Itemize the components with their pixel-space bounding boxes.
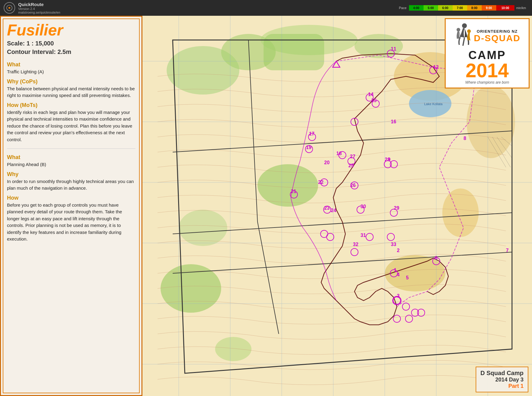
svg-text:33: 33 <box>391 242 396 247</box>
svg-text:19: 19 <box>306 145 311 150</box>
pace-segment-7: 10:00 <box>496 5 514 11</box>
svg-text:21: 21 <box>291 189 296 194</box>
svg-text:11: 11 <box>391 46 396 52</box>
svg-text:8: 8 <box>464 136 466 141</box>
section1-how-text: Identify risks in each legs and plan how… <box>7 109 135 143</box>
bottom-label-line3: Part 1 <box>480 383 524 389</box>
svg-text:23: 23 <box>324 205 330 211</box>
svg-text:6: 6 <box>435 255 437 261</box>
bottom-label-line1: D Squad Camp <box>480 370 524 377</box>
pace-segment-3: 6:00 <box>438 5 453 11</box>
divider <box>7 148 135 149</box>
left-panel: Fusilier Scale: 1 : 15,000 Contour Inter… <box>0 16 142 396</box>
pace-bar: Pace 4:00 5:00 6:00 7:00 8:00 9:00 10:00… <box>399 5 526 11</box>
map-area: Lake Kollata <box>142 16 532 396</box>
section2-what-text: Planning Ahead (B) <box>7 161 135 168</box>
svg-text:3: 3 <box>397 293 400 298</box>
svg-text:7: 7 <box>506 248 509 253</box>
pace-unit: min/km <box>516 6 526 10</box>
app-title-block: QuickRoute Version 2.4 matstroeng.se/qui… <box>18 2 399 14</box>
onz-text: ORIENTEERING NZ D-SQUAD <box>474 29 520 43</box>
pace-segment-4: 7:00 <box>453 5 467 11</box>
onz-camp-text: CAMP <box>450 49 524 61</box>
pace-title: Pace <box>399 6 407 10</box>
svg-text:32: 32 <box>353 242 358 247</box>
svg-text:5: 5 <box>406 275 409 280</box>
pace-segment-2: 5:00 <box>424 5 438 11</box>
svg-text:29: 29 <box>394 205 399 211</box>
svg-text:16: 16 <box>391 119 396 124</box>
svg-point-99 <box>457 28 460 32</box>
svg-rect-5 <box>264 34 324 70</box>
onz-year-text: 2014 <box>450 61 524 80</box>
section2-why-label: Why <box>7 171 135 178</box>
svg-text:31: 31 <box>361 233 366 238</box>
svg-text:12: 12 <box>433 65 439 70</box>
svg-text:1: 1 <box>394 268 397 273</box>
map-title: Fusilier <box>7 22 135 38</box>
onz-tagline-text: Where champions are born <box>450 80 524 85</box>
runner-image <box>454 22 472 49</box>
map-subtitle: Scale: 1 : 15,000 Contour Interval: 2.5m <box>7 39 135 56</box>
pace-segment-1: 4:00 <box>409 5 424 11</box>
section2-why-text: In order to run smoothly through highly … <box>7 178 135 192</box>
topbar: QuickRoute Version 2.4 matstroeng.se/qui… <box>0 0 532 16</box>
svg-text:9: 9 <box>388 157 391 162</box>
section1-why-text: The balance between physical and mental … <box>7 85 135 99</box>
svg-point-9 <box>161 264 221 313</box>
svg-text:25: 25 <box>348 163 354 168</box>
map-canvas: Lake Kollata <box>142 16 532 396</box>
svg-point-100 <box>467 29 471 33</box>
svg-text:15: 15 <box>371 98 377 103</box>
section2-how-text: Before you get to each group of controls… <box>7 202 135 243</box>
onz-header: ORIENTEERING NZ D-SQUAD CAMP 2014 Where … <box>450 22 524 85</box>
svg-text:4: 4 <box>397 272 400 277</box>
svg-text:30: 30 <box>361 204 366 209</box>
app-logo <box>4 2 15 14</box>
svg-text:20: 20 <box>324 160 330 165</box>
onz-title-row: ORIENTEERING NZ D-SQUAD <box>450 22 524 49</box>
svg-text:17: 17 <box>309 131 314 136</box>
svg-text:18: 18 <box>336 151 342 156</box>
svg-text:22: 22 <box>318 180 324 185</box>
section2-how-label: How <box>7 195 135 201</box>
section2-what-label: What <box>7 154 135 161</box>
section1-why-label: Why (CoPs) <box>7 78 135 85</box>
bottom-label-line2: 2014 Day 3 <box>480 377 524 383</box>
svg-point-10 <box>215 337 251 361</box>
bottom-right-label: D Squad Camp 2014 Day 3 Part 1 <box>476 367 528 392</box>
section1-what-label: What <box>7 62 135 68</box>
pace-segment-5: 8:00 <box>467 5 482 11</box>
main-content: Fusilier Scale: 1 : 15,000 Contour Inter… <box>0 16 532 396</box>
app-version: Version 2.4 matstroeng.se/quickroute/en <box>18 7 399 14</box>
app-name: QuickRoute <box>18 2 399 7</box>
onz-dsquad-text: D-SQUAD <box>474 34 520 43</box>
svg-point-98 <box>462 23 467 28</box>
svg-text:2: 2 <box>397 248 400 253</box>
svg-text:27: 27 <box>350 154 355 159</box>
onz-logo: ORIENTEERING NZ D-SQUAD CAMP 2014 Where … <box>445 18 530 88</box>
svg-point-13 <box>442 188 479 237</box>
section1-what-text: Traffic Lighting (A) <box>7 68 135 75</box>
svg-text:26: 26 <box>350 183 356 188</box>
svg-text:24: 24 <box>331 208 336 213</box>
pace-segment-6: 9:00 <box>482 5 496 11</box>
section1-how-label: How (MoTs) <box>7 102 135 108</box>
svg-text:14: 14 <box>368 92 374 97</box>
